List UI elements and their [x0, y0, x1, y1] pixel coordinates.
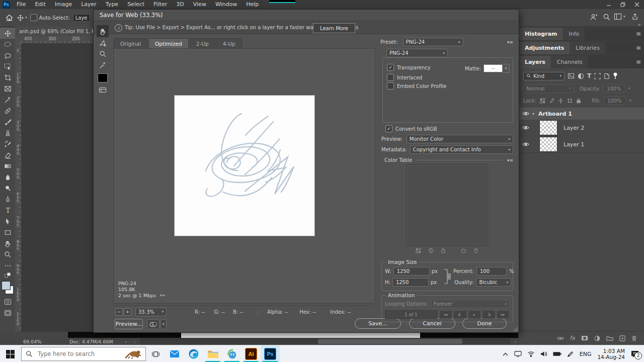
menu-view[interactable]: View [189, 0, 211, 9]
link-dimensions-icon[interactable] [443, 266, 451, 287]
link-layers-icon[interactable] [557, 336, 564, 341]
eraser-tool[interactable] [0, 149, 15, 160]
browser-select-chevron[interactable]: ▾ [160, 319, 167, 329]
zoom-level-dropdown[interactable]: 33.3%▾ [135, 308, 167, 316]
tab-original[interactable]: Original [114, 38, 147, 49]
document-tab[interactable]: anh.psd @ 69% (Color Fill 1, RGB [15, 26, 93, 36]
scrollbar-chevron-right[interactable]: › [514, 339, 516, 344]
preview-select-dropdown[interactable]: Monitor Color▾ [407, 135, 513, 143]
visibility-eye-icon[interactable] [519, 111, 532, 116]
opacity-field[interactable]: 100% [603, 84, 625, 93]
panel-menu-icon[interactable]: ≡ [636, 58, 641, 65]
looping-options-dropdown[interactable]: Forever▾ [431, 300, 510, 308]
kind-filter-dropdown[interactable]: Kind ▾ [523, 72, 565, 80]
height-field[interactable]: 1250 [392, 278, 429, 287]
edit-toolbar-icon[interactable] [0, 260, 15, 271]
workspace-switcher-icon[interactable]: ▾ [614, 13, 625, 20]
layer-mask-icon[interactable] [581, 335, 588, 341]
fill-field[interactable]: 100% [604, 97, 626, 105]
frame-tool[interactable] [0, 83, 15, 94]
menu-image[interactable]: Image [50, 0, 76, 9]
quality-dropdown[interactable]: Bicubic▾ [476, 278, 511, 287]
layer-style-fx-icon[interactable]: fx [570, 335, 575, 341]
tab-2up[interactable]: 2-Up [190, 38, 215, 49]
status-chevron-right[interactable]: › [125, 339, 127, 344]
dialog-title-bar[interactable]: Save for Web (33.3%) [94, 10, 519, 21]
tab-libraries[interactable]: Libraries [570, 42, 605, 54]
tab-histogram[interactable]: Histogram [519, 28, 563, 40]
layer-scope-dropdown[interactable]: Laye [73, 14, 90, 22]
blend-mode-dropdown[interactable]: Normal▾ [523, 84, 574, 93]
layer-name[interactable]: Layer 2 [564, 125, 584, 131]
task-view-button[interactable] [146, 345, 165, 362]
blur-tool[interactable] [0, 171, 15, 183]
new-layer-icon[interactable] [619, 335, 625, 341]
edge-browser-icon[interactable] [184, 345, 203, 362]
layer-name[interactable]: Artboard 1 [538, 111, 572, 117]
minimize-icon[interactable] [602, 0, 616, 9]
notification-center-icon[interactable]: 2 [631, 350, 639, 358]
browser-preview-icon[interactable] [147, 319, 159, 329]
percent-field[interactable]: 100 [476, 267, 507, 276]
tab-4up[interactable]: 4-Up [216, 38, 242, 49]
previous-frame-button[interactable]: ◂▏ [453, 310, 466, 319]
swap-colors-icon[interactable] [0, 271, 15, 279]
play-button[interactable]: ▸ [468, 310, 481, 319]
wifi-icon[interactable] [527, 351, 535, 357]
zoom-in-button[interactable]: + [124, 308, 131, 316]
tab-channels[interactable]: Channels [551, 56, 588, 68]
move-tool[interactable] [0, 28, 15, 39]
dialog-slice-select-tool[interactable] [97, 37, 109, 48]
clone-stamp-tool[interactable] [0, 127, 15, 138]
preview-menu-icon[interactable]: ▾≡ [160, 293, 166, 299]
layer-thumbnail[interactable] [539, 137, 557, 152]
zoom-out-button[interactable]: − [115, 308, 123, 316]
visibility-eye-icon[interactable] [519, 142, 532, 147]
lock-transparency-icon[interactable] [540, 98, 545, 104]
object-selection-tool[interactable] [0, 61, 15, 72]
photoshop-app-button[interactable]: Ps [261, 345, 280, 362]
resize-grip[interactable] [513, 327, 518, 331]
filter-adjustment-icon[interactable] [578, 73, 584, 79]
preview-button[interactable]: Preview... [115, 319, 143, 329]
gradient-tool[interactable] [0, 160, 15, 171]
color-table-delete-icon[interactable] [473, 248, 478, 253]
menu-edit[interactable]: Edit [30, 0, 50, 9]
healing-brush-tool[interactable] [0, 105, 15, 116]
dialog-hand-tool[interactable] [97, 25, 109, 37]
battery-icon[interactable] [553, 351, 561, 356]
illustrator-app-icon[interactable]: Ai [242, 345, 261, 362]
tray-expand-chevron[interactable] [503, 352, 508, 356]
filter-smart-object-icon[interactable] [604, 73, 610, 79]
foreground-background-swatches[interactable] [0, 279, 15, 296]
volume-icon[interactable] [540, 351, 547, 357]
color-table-menu-icon[interactable]: ▾≡ [507, 158, 513, 163]
new-group-icon[interactable] [606, 335, 613, 341]
matte-dropdown[interactable]: -- ▾ [484, 64, 510, 73]
account-icon[interactable] [590, 13, 598, 21]
embed-color-profile-checkbox[interactable] [387, 82, 394, 89]
layer-row[interactable]: Layer 1 [519, 136, 644, 153]
collapse-panels-chevron[interactable]: » [638, 22, 641, 27]
green-app-icon[interactable] [222, 345, 242, 362]
mail-app-icon[interactable] [165, 345, 184, 362]
lock-position-icon[interactable] [558, 98, 564, 104]
move-tool-options-icon[interactable]: ▾ [17, 14, 27, 22]
layer-thumbnail[interactable] [539, 120, 557, 135]
marquee-tool[interactable] [0, 39, 15, 50]
screen-mode-icon[interactable] [0, 307, 15, 318]
dialog-zoom-tool[interactable] [97, 48, 109, 59]
menu-help[interactable]: Help [242, 0, 263, 9]
language-indicator[interactable]: ENG [580, 351, 592, 357]
filter-type-icon[interactable]: T [587, 72, 591, 79]
cast-icon[interactable] [514, 351, 522, 357]
transparency-checkbox[interactable]: ✓ [387, 64, 394, 71]
scrollbar-chevron-left[interactable]: ‹ [134, 339, 136, 344]
home-icon[interactable] [5, 14, 14, 22]
menu-layer[interactable]: Layer [76, 0, 101, 9]
tab-layers[interactable]: Layers [519, 56, 551, 68]
hand-tool[interactable] [0, 238, 15, 249]
filter-image-icon[interactable] [568, 73, 575, 79]
lock-artboard-icon[interactable] [567, 98, 573, 104]
delete-layer-icon[interactable] [631, 335, 637, 341]
